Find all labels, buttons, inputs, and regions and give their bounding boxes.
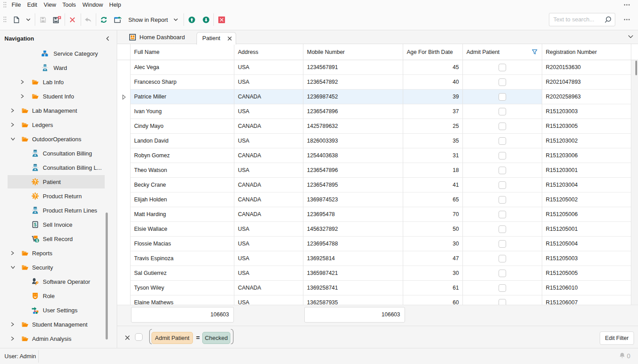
svg-text:$: $	[34, 222, 37, 227]
svg-text:$: $	[36, 238, 38, 242]
svg-text:?: ?	[34, 194, 37, 199]
svg-text:?: ?	[34, 180, 37, 184]
